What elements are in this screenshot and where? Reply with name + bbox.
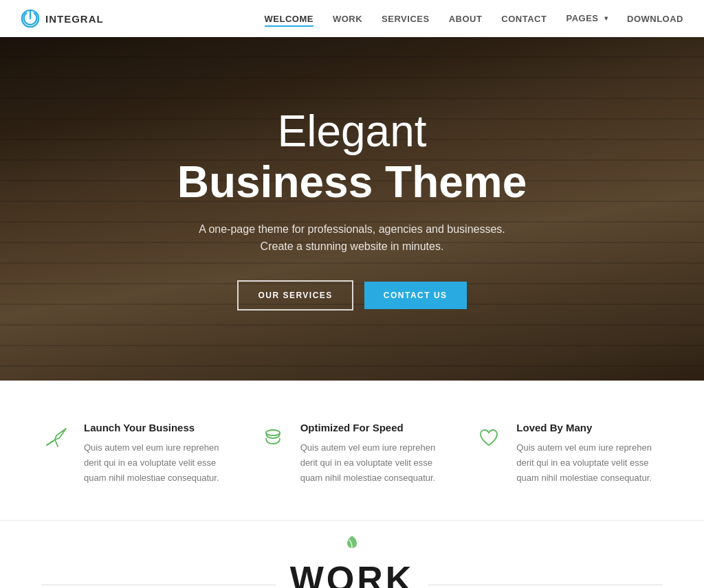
hero-section: Elegant Business Theme A one-page theme … [0, 37, 704, 381]
feature-loved-desc: Quis autem vel eum iure reprehen derit q… [516, 440, 663, 486]
nav-item-welcome[interactable]: WELCOME [265, 12, 314, 25]
leaf-icon [41, 534, 663, 553]
nav-item-contact[interactable]: CONTACT [501, 12, 547, 25]
svg-point-4 [266, 430, 280, 436]
divider-left [41, 585, 276, 585]
nav-item-pages[interactable]: PAGES ▾ [566, 13, 608, 25]
nav-link-work[interactable]: WORK [333, 14, 362, 25]
hero-subtitle-line2: Create a stunning website in minutes. [261, 240, 444, 252]
nav-link-pages[interactable]: PAGES ▾ [566, 13, 608, 25]
feature-speed: Optimized For Speed Quis autem vel eum i… [258, 422, 447, 486]
hero-subtitle: A one-page theme for professionals, agen… [177, 220, 527, 256]
feature-speed-text: Optimized For Speed Quis autem vel eum i… [300, 422, 447, 486]
nav-item-download[interactable]: DOWNLOAD [627, 12, 683, 25]
feature-launch-title: Launch Your Business [84, 422, 230, 433]
features-section: Launch Your Business Quis autem vel eum … [0, 381, 704, 520]
feature-loved-title: Loved By Many [516, 422, 663, 433]
hero-title-sub: Business Theme [177, 158, 527, 206]
our-services-button[interactable]: OUR SERVICES [237, 280, 353, 310]
hero-subtitle-line1: A one-page theme for professionals, agen… [199, 223, 505, 235]
feature-launch: Launch Your Business Quis autem vel eum … [41, 422, 230, 486]
feature-speed-title: Optimized For Speed [300, 422, 447, 433]
logo-text: INTEGRAL [45, 13, 104, 25]
nav-links: WELCOME WORK SERVICES ABOUT CONTACT PAGE… [265, 12, 683, 25]
svg-line-2 [55, 440, 58, 446]
feature-speed-desc: Quis autem vel eum iure reprehen derit q… [300, 440, 447, 486]
logo-icon [21, 9, 40, 28]
hero-content: Elegant Business Theme A one-page theme … [164, 107, 541, 310]
work-title: WORK [290, 558, 415, 588]
feature-launch-text: Launch Your Business Quis autem vel eum … [84, 422, 230, 486]
nav-item-services[interactable]: SERVICES [382, 12, 430, 25]
nav-link-about[interactable]: ABOUT [449, 14, 483, 25]
nav-link-contact[interactable]: CONTACT [501, 14, 547, 25]
rocket-icon [41, 423, 72, 453]
feature-loved: Loved By Many Quis autem vel eum iure re… [474, 422, 663, 486]
logo[interactable]: INTEGRAL [21, 9, 104, 28]
contact-us-button[interactable]: CONTACT US [364, 282, 467, 309]
nav-item-work[interactable]: WORK [333, 12, 362, 25]
nav-link-download[interactable]: DOWNLOAD [627, 14, 683, 25]
feature-launch-desc: Quis autem vel eum iure reprehen derit q… [84, 440, 230, 486]
nav-item-about[interactable]: ABOUT [449, 12, 483, 25]
heart-icon [474, 423, 504, 453]
work-section: WORK Donec nec justo eget felis facilisi… [0, 520, 704, 588]
svg-line-3 [47, 441, 54, 445]
chevron-down-icon: ▾ [604, 14, 608, 22]
navbar: INTEGRAL WELCOME WORK SERVICES ABOUT CON… [0, 0, 704, 37]
stack-icon [258, 423, 288, 453]
hero-buttons: OUR SERVICES CONTACT US [177, 280, 527, 310]
work-divider: WORK [41, 558, 663, 588]
feature-loved-text: Loved By Many Quis autem vel eum iure re… [516, 422, 663, 486]
hero-title-main: Elegant [177, 107, 527, 155]
nav-link-services[interactable]: SERVICES [382, 14, 430, 25]
divider-right [428, 585, 663, 585]
nav-link-welcome[interactable]: WELCOME [265, 14, 314, 27]
